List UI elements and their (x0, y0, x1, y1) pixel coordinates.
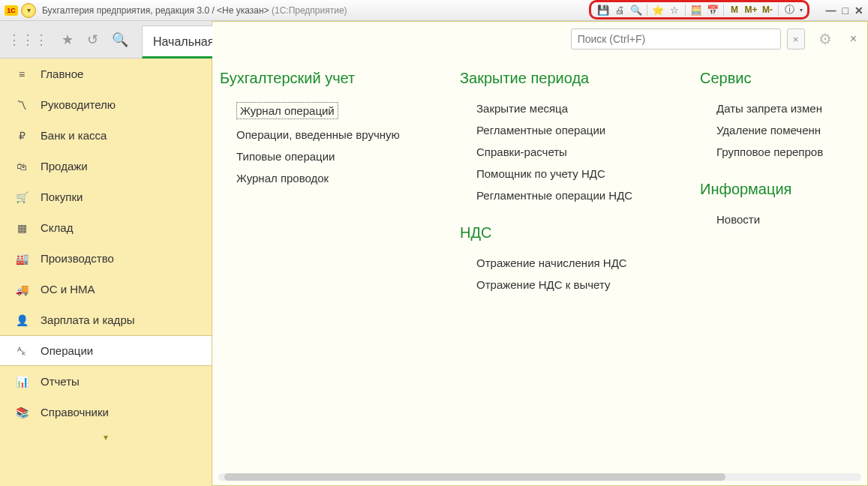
truck-icon: 🚚 (15, 284, 29, 296)
history-icon[interactable]: ↺ (87, 32, 98, 48)
factory-icon: 🏭 (15, 253, 29, 265)
link-manual-operations[interactable]: Операции, введенные вручную (220, 124, 430, 146)
bag-icon: 🛍 (15, 160, 29, 172)
dtkt-icon: ᴬₖ (15, 345, 29, 357)
favorite-list-icon[interactable]: ☆ (667, 3, 682, 16)
calc-icon[interactable]: 🧮 (689, 3, 704, 16)
sidebar-item-main[interactable]: ≡Главное (0, 58, 212, 89)
link-journal-operations[interactable]: Журнал операций (220, 98, 430, 124)
sidebar-item-salary[interactable]: 👤Зарплата и кадры (0, 304, 212, 335)
save-icon[interactable]: 💾 (596, 3, 611, 16)
link-vat-accrual[interactable]: Отражение начисления НДС (460, 252, 670, 274)
scrollbar-thumb[interactable] (224, 473, 725, 481)
link-calcs[interactable]: Справки-расчеты (460, 141, 670, 163)
sidebar-item-label: Покупки (41, 190, 83, 203)
sidebar-item-bank[interactable]: ₽Банк и касса (0, 120, 212, 151)
sidebar-item-label: ОС и НМА (41, 283, 95, 296)
separator (778, 4, 779, 16)
sidebar-item-production[interactable]: 🏭Производство (0, 243, 212, 274)
mem-mplus-button[interactable]: M+ (743, 3, 758, 16)
link-typical-operations[interactable]: Типовые операции (220, 146, 430, 167)
link-label: Журнал операций (236, 102, 338, 119)
sidebar-item-label: Руководителю (41, 98, 116, 111)
sidebar-item-manager[interactable]: 〽Руководителю (0, 89, 212, 120)
content-panel: × ⚙ × Бухгалтерский учет Журнал операций… (212, 21, 868, 486)
minimize-button[interactable]: — (826, 4, 836, 16)
sidebar-item-label: Склад (41, 221, 73, 234)
sidebar-item-label: Продажи (41, 160, 88, 172)
print-icon[interactable]: 🖨 (612, 3, 627, 16)
section-title-accounting: Бухгалтерский учет (220, 70, 430, 87)
maximize-button[interactable]: □ (842, 4, 848, 16)
section-title-period-close: Закрытие периода (460, 70, 670, 87)
sidebar-more[interactable]: ▾ (0, 428, 212, 447)
section-title-vat: НДС (460, 224, 670, 242)
boxes-icon: ▦ (15, 222, 29, 234)
separator (723, 4, 724, 16)
sidebar-item-operations[interactable]: ᴬₖОперации (0, 335, 212, 366)
chart-icon: 〽 (15, 99, 29, 111)
books-icon: 📚 (15, 406, 29, 418)
sidebar-item-label: Операции (41, 344, 93, 357)
link-group-repost[interactable]: Групповое перепров (700, 141, 835, 163)
sidebar-item-sales[interactable]: 🛍Продажи (0, 151, 212, 182)
search-icon[interactable]: 🔍 (112, 32, 128, 48)
sidebar-item-label: Справочники (41, 406, 109, 418)
link-news[interactable]: Новости (700, 208, 835, 230)
sidebar-top: ⋮⋮⋮ ★ ↺ 🔍 Начальная (0, 21, 212, 58)
close-button[interactable]: ✕ (854, 4, 863, 16)
link-reg-vat[interactable]: Регламентные операции НДС (460, 184, 670, 206)
search-input[interactable] (571, 28, 781, 50)
column-period-close: Закрытие периода Закрытие месяца Регламе… (460, 70, 670, 478)
search-clear-button[interactable]: × (787, 28, 805, 50)
link-vat-helper[interactable]: Помощник по учету НДС (460, 163, 670, 184)
sidebar-item-references[interactable]: 📚Справочники (0, 397, 212, 428)
separator (647, 4, 647, 16)
section-title-info: Информация (700, 181, 835, 198)
cart-icon: 🛒 (15, 191, 29, 203)
back-button[interactable]: ▾ (21, 3, 36, 18)
section-title-service: Сервис (700, 70, 835, 87)
close-panel-button[interactable]: × (850, 32, 857, 46)
calendar-icon[interactable]: 📅 (705, 3, 720, 16)
gear-icon[interactable]: ⚙ (818, 30, 832, 48)
link-close-month[interactable]: Закрытие месяца (460, 98, 670, 119)
sidebar-item-label: Отчеты (41, 375, 80, 388)
sidebar-item-purchases[interactable]: 🛒Покупки (0, 182, 212, 212)
sidebar-item-label: Главное (41, 68, 83, 80)
mem-m-button[interactable]: M (727, 3, 742, 16)
apps-grid-icon[interactable]: ⋮⋮⋮ (8, 32, 48, 48)
window-title: Бухгалтерия предприятия, редакция 3.0 / … (42, 5, 347, 16)
title-main: Бухгалтерия предприятия, редакция 3.0 / … (42, 5, 269, 16)
link-journal-postings[interactable]: Журнал проводок (220, 167, 430, 189)
titlebar: 1C ▾ Бухгалтерия предприятия, редакция 3… (0, 0, 868, 21)
preview-icon[interactable]: 🔍 (629, 3, 644, 16)
info-icon[interactable]: ⓘ (782, 3, 797, 16)
link-vat-deduction[interactable]: Отражение НДС к вычету (460, 274, 670, 296)
person-icon: 👤 (15, 314, 29, 326)
sidebar-item-label: Производство (41, 252, 114, 265)
report-icon: 📊 (15, 376, 29, 388)
main-area: ⋮⋮⋮ ★ ↺ 🔍 Начальная ≡Главное 〽Руководите… (0, 21, 868, 486)
title-suffix: (1С:Предприятие) (272, 5, 347, 16)
separator (685, 4, 686, 16)
content-toolbar: × ⚙ × (212, 22, 867, 50)
mem-mminus-button[interactable]: M- (760, 3, 775, 16)
star-icon[interactable]: ★ (62, 32, 74, 48)
link-reg-operations[interactable]: Регламентные операции (460, 119, 670, 141)
sidebar: ⋮⋮⋮ ★ ↺ 🔍 Начальная ≡Главное 〽Руководите… (0, 21, 212, 486)
link-delete-marked[interactable]: Удаление помеченн (700, 119, 835, 141)
favorite-add-icon[interactable]: ⭐ (650, 3, 665, 16)
app-toolbar: 💾 🖨 🔍 ⭐ ☆ 🧮 📅 M M+ M- ⓘ ▾ (589, 0, 809, 20)
toolbar-dropdown[interactable]: ▾ (800, 7, 803, 14)
sidebar-item-reports[interactable]: 📊Отчеты (0, 366, 212, 397)
column-accounting: Бухгалтерский учет Журнал операций Опера… (220, 70, 430, 478)
sidebar-item-warehouse[interactable]: ▦Склад (0, 212, 212, 243)
sidebar-item-label: Банк и касса (41, 129, 107, 142)
sidebar-item-os-nma[interactable]: 🚚ОС и НМА (0, 274, 212, 304)
window-controls: — □ ✕ (826, 0, 863, 21)
link-date-lock[interactable]: Даты запрета измен (700, 98, 835, 119)
horizontal-scrollbar[interactable] (218, 473, 861, 481)
ruble-icon: ₽ (15, 130, 29, 142)
menu-icon: ≡ (15, 68, 29, 80)
